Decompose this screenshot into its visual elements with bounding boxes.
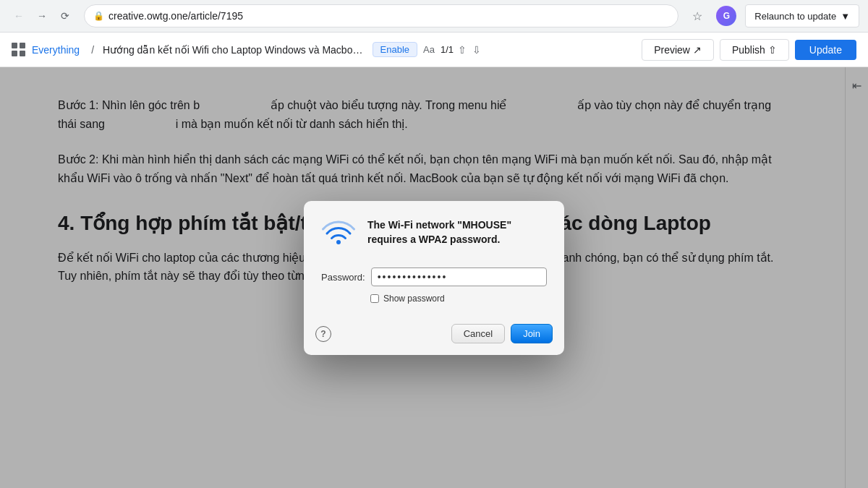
pagination-up[interactable]: ⇧ xyxy=(456,43,468,57)
wifi-icon xyxy=(321,218,356,253)
password-row: Password: xyxy=(321,267,547,286)
forward-button[interactable]: → xyxy=(32,6,52,26)
nav-buttons: ← → ⟳ xyxy=(9,6,75,26)
dialog-header: The Wi-Fi network "MHOUSE" requires a WP… xyxy=(321,218,547,253)
dialog-footer: ? Cancel Join xyxy=(304,315,564,355)
pagination: 1/1 ⇧ ⇩ xyxy=(441,43,482,57)
main-area: Bước 1: Nhìn lên góc trên b ấp chuột vào… xyxy=(0,67,868,488)
breadcrumb-title: Hướng dẫn kết nối Wifi cho Laptop Window… xyxy=(103,44,367,56)
pagination-down[interactable]: ⇩ xyxy=(471,43,482,57)
url-text: creative.owtg.one/article/7195 xyxy=(109,10,669,22)
back-button[interactable]: ← xyxy=(9,6,29,26)
cancel-button[interactable]: Cancel xyxy=(451,324,505,343)
show-password-checkbox[interactable] xyxy=(370,294,379,303)
enable-badge[interactable]: Enable xyxy=(373,42,417,57)
logo-area: Everything xyxy=(12,43,80,57)
browser-chrome: ← → ⟳ 🔒 creative.owtg.one/article/7195 ☆… xyxy=(0,0,868,33)
address-bar[interactable]: 🔒 creative.owtg.one/article/7195 xyxy=(84,4,678,27)
logo-icon xyxy=(12,43,26,57)
breadcrumb-separator: / xyxy=(91,44,94,56)
password-input[interactable] xyxy=(371,267,547,286)
publish-button[interactable]: Publish ⇧ xyxy=(720,39,789,61)
pagination-text: 1/1 xyxy=(441,44,454,55)
reload-button[interactable]: ⟳ xyxy=(55,6,75,26)
update-button[interactable]: Update xyxy=(795,40,856,60)
dialog-title: The Wi-Fi network "MHOUSE" requires a WP… xyxy=(367,218,547,247)
relaunch-button[interactable]: Relaunch to update ▼ xyxy=(745,4,859,27)
show-password-label[interactable]: Show password xyxy=(383,294,445,304)
help-icon: ? xyxy=(320,329,326,339)
app-toolbar: Everything / Hướng dẫn kết nối Wifi cho … xyxy=(0,33,868,67)
show-password-row: Show password xyxy=(321,294,547,304)
external-link-icon: ↗ xyxy=(693,44,702,56)
avatar[interactable]: G xyxy=(716,6,736,26)
modal-overlay: The Wi-Fi network "MHOUSE" requires a WP… xyxy=(0,67,868,488)
toolbar-right: Preview ↗ Publish ⇧ Update xyxy=(642,39,856,61)
join-button[interactable]: Join xyxy=(511,324,553,343)
dialog-content: The Wi-Fi network "MHOUSE" requires a WP… xyxy=(304,201,564,315)
wifi-dialog: The Wi-Fi network "MHOUSE" requires a WP… xyxy=(304,201,564,355)
help-button[interactable]: ? xyxy=(315,326,331,342)
update-label: Update xyxy=(809,44,842,56)
dialog-buttons: Cancel Join xyxy=(451,324,553,343)
relaunch-label: Relaunch to update xyxy=(754,11,836,22)
lock-icon: 🔒 xyxy=(93,11,104,21)
publish-icon: ⇧ xyxy=(768,44,777,56)
preview-button[interactable]: Preview ↗ xyxy=(642,39,714,61)
everything-link[interactable]: Everything xyxy=(32,44,80,56)
relaunch-menu-icon: ▼ xyxy=(841,11,850,22)
font-size-control[interactable]: Aa xyxy=(423,44,435,55)
publish-label: Publish xyxy=(732,44,765,56)
browser-titlebar: ← → ⟳ 🔒 creative.owtg.one/article/7195 ☆… xyxy=(0,0,868,32)
password-label: Password: xyxy=(321,272,365,283)
preview-label: Preview xyxy=(654,44,690,56)
toolbar-middle: Enable Aa 1/1 ⇧ ⇩ xyxy=(373,42,637,57)
bookmark-button[interactable]: ☆ xyxy=(687,6,707,26)
